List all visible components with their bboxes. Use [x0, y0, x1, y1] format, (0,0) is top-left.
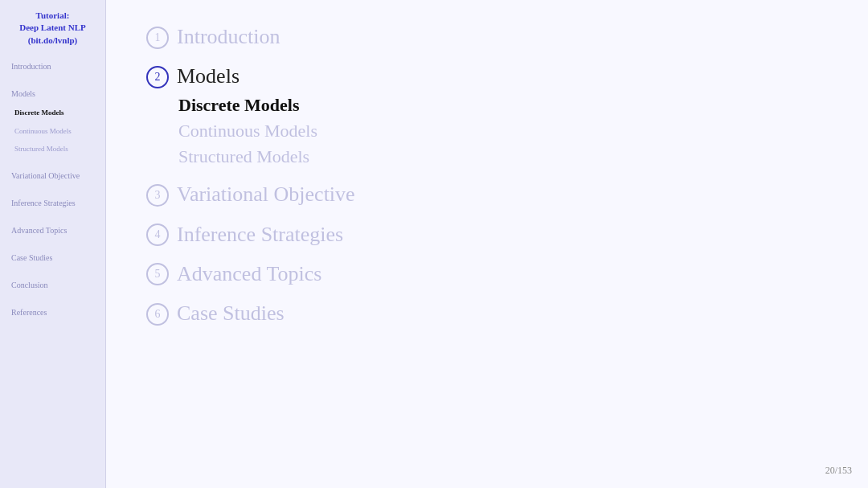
sidebar-item-advanced-topics[interactable]: Advanced Topics [8, 223, 97, 238]
toc-number-1: 1 [146, 27, 169, 49]
sidebar-item-variational-objective[interactable]: Variational Objective [8, 169, 97, 183]
toc-label-advanced-topics: Advanced Topics [177, 261, 321, 286]
sidebar-item-references[interactable]: References [8, 306, 97, 320]
toc-label-introduction: Introduction [177, 24, 280, 49]
toc-section-2: 2 Models Discrete Models Continuous Mode… [146, 64, 828, 167]
toc-sublabel-structured-models: Structured Models [178, 146, 828, 167]
toc-number-2: 2 [146, 66, 169, 88]
toc-sublabel-continuous-models: Continuous Models [178, 121, 828, 141]
sidebar-item-inference-strategies[interactable]: Inference Strategies [8, 196, 97, 211]
page-number: 20/153 [825, 465, 852, 477]
toc-label-models: Models [177, 64, 240, 88]
toc-section-5: 5 Advanced Topics [146, 261, 828, 286]
toc-section-6: 6 Case Studies [146, 301, 828, 326]
toc-label-case-studies: Case Studies [177, 301, 285, 326]
sidebar-item-case-studies[interactable]: Case Studies [8, 251, 97, 265]
toc-number-3: 3 [146, 184, 169, 207]
sidebar-title: Tutorial: Deep Latent NLP (bit.do/lvnlp) [8, 10, 97, 47]
toc-label-variational-objective: Variational Objective [177, 182, 355, 207]
toc-section-1: 1 Introduction [146, 24, 828, 49]
toc-number-6: 6 [146, 303, 169, 326]
toc-number-5: 5 [146, 263, 169, 285]
sidebar-item-structured-models[interactable]: Structured Models [8, 142, 97, 156]
sidebar-item-introduction[interactable]: Introduction [8, 59, 97, 74]
sidebar-item-discrete-models[interactable]: Discrete Models [8, 106, 97, 120]
sidebar: Tutorial: Deep Latent NLP (bit.do/lvnlp)… [0, 0, 106, 488]
toc-subsections-models: Discrete Models Continuous Models Struct… [146, 95, 828, 167]
sidebar-item-conclusion[interactable]: Conclusion [8, 278, 97, 293]
toc-sublabel-discrete-models: Discrete Models [178, 95, 828, 116]
toc-label-inference-strategies: Inference Strategies [177, 222, 343, 247]
sidebar-item-continuous-models[interactable]: Continuous Models [8, 125, 97, 138]
sidebar-item-models[interactable]: Models [8, 87, 97, 101]
toc-number-4: 4 [146, 223, 169, 246]
toc-section-4: 4 Inference Strategies [146, 222, 828, 247]
main-content: 1 Introduction 2 Models Discrete Models … [106, 0, 868, 488]
toc-section-3: 3 Variational Objective [146, 182, 828, 207]
